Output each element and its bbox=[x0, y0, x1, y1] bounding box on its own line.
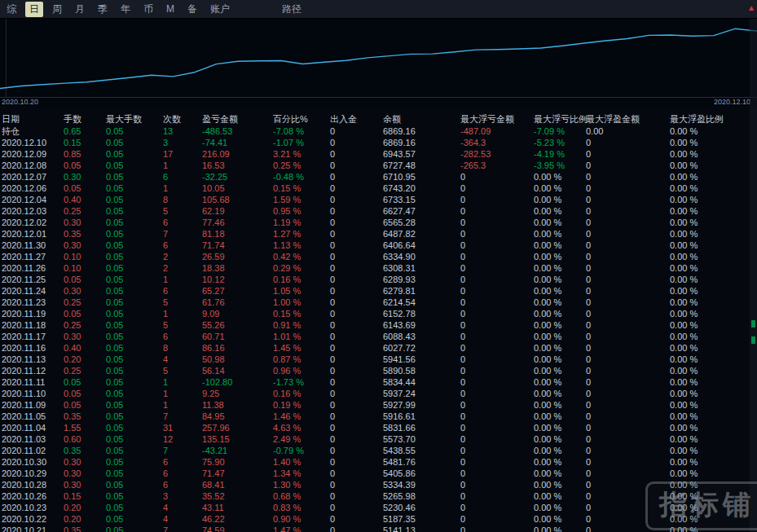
table-row[interactable]: 2020.11.030.600.0512135.152.49 %05573.70… bbox=[0, 433, 757, 445]
table-row[interactable]: 2020.11.130.200.05450.980.87 %05941.5600… bbox=[0, 354, 757, 365]
cell-date: 2020.11.23 bbox=[2, 297, 64, 308]
table-row[interactable]: 2020.12.010.350.05781.181.27 %06487.8200… bbox=[0, 228, 757, 240]
cell-date: 2020.11.26 bbox=[2, 262, 64, 274]
cell-times: 5 bbox=[163, 319, 202, 331]
watermark-stamp: 指标铺 bbox=[645, 481, 757, 530]
scrollbar-marker-icon bbox=[751, 320, 755, 328]
cell-max_float_loss_pct: 0.00 % bbox=[534, 182, 586, 194]
table-row[interactable]: 2020.11.050.350.05784.951.46 %05916.6100… bbox=[0, 411, 757, 422]
table-row[interactable]: 2020.10.230.200.05443.110.83 %05230.4600… bbox=[0, 502, 757, 513]
table-row[interactable]: 2020.12.020.300.05677.461.19 %06565.2800… bbox=[0, 217, 757, 228]
column-header-balance[interactable]: 余额 bbox=[383, 113, 460, 125]
cell-max_float_loss: 0 bbox=[460, 319, 534, 331]
table-row[interactable]: 2020.11.180.250.05555.260.91 %06143.6900… bbox=[0, 319, 757, 331]
column-header-times[interactable]: 次数 bbox=[163, 113, 202, 125]
path-menu-item[interactable]: 路径 bbox=[282, 2, 301, 16]
table-row[interactable]: 持仓0.650.0513-486.53-7.08 %06869.16-487.0… bbox=[0, 125, 757, 137]
table-row[interactable]: 2020.12.080.050.05116.530.25 %06727.48-2… bbox=[0, 160, 757, 171]
cell-max_float_profit: 0 bbox=[586, 411, 670, 422]
cell-max_float_loss: 0 bbox=[460, 376, 534, 388]
cell-times: 6 bbox=[163, 331, 202, 342]
table-row[interactable]: 2020.11.160.400.05886.161.45 %06027.7200… bbox=[0, 342, 757, 354]
cell-pnl_pct: 0.42 % bbox=[273, 251, 330, 262]
cell-lots: 0.20 bbox=[64, 354, 106, 365]
column-header-max_float_loss[interactable]: 最大浮亏金额 bbox=[460, 113, 534, 125]
table-row[interactable]: 2020.11.260.100.05218.380.29 %06308.3100… bbox=[0, 262, 757, 274]
table-row[interactable]: 2020.12.030.250.05562.190.95 %06627.4700… bbox=[0, 205, 757, 217]
cell-max_float_loss: 0 bbox=[460, 205, 534, 217]
cell-cash_flow: 0 bbox=[330, 456, 383, 468]
table-row[interactable]: 2020.12.100.150.053-74.41-1.07 %06869.16… bbox=[0, 137, 757, 148]
cell-max_float_profit_pct: 0.00 % bbox=[670, 137, 757, 148]
table-row[interactable]: 2020.11.270.100.05226.590.42 %06334.9000… bbox=[0, 251, 757, 262]
cell-lots: 0.30 bbox=[64, 217, 106, 228]
table-row[interactable]: 2020.10.300.300.05675.901.40 %05481.7600… bbox=[0, 456, 757, 468]
tab-币[interactable]: 币 bbox=[139, 2, 157, 17]
table-row[interactable]: 2020.12.070.300.056-32.25-0.48 %06710.95… bbox=[0, 171, 757, 182]
cell-max_float_loss_pct: 0.00 % bbox=[534, 308, 586, 319]
table-row[interactable]: 2020.11.170.300.05660.711.01 %06088.4300… bbox=[0, 331, 757, 342]
table-row[interactable]: 2020.10.280.300.05668.411.30 %05334.3900… bbox=[0, 479, 757, 490]
tab-月[interactable]: 月 bbox=[71, 2, 89, 17]
table-row[interactable]: 2020.11.100.050.0519.250.16 %05937.2400.… bbox=[0, 388, 757, 399]
table-row[interactable]: 2020.12.090.850.0517216.093.21 %06943.57… bbox=[0, 148, 757, 160]
table-row[interactable]: 2020.10.260.150.05335.520.68 %05265.9800… bbox=[0, 490, 757, 502]
column-header-max_float_profit_pct[interactable]: 最大浮盈比例 bbox=[670, 113, 757, 125]
cell-max_lots: 0.05 bbox=[106, 365, 163, 376]
table-row[interactable]: 2020.11.090.050.05111.380.19 %05927.9900… bbox=[0, 399, 757, 411]
cell-max_float_loss_pct: 0.00 % bbox=[534, 319, 586, 331]
cell-times: 4 bbox=[163, 502, 202, 513]
cell-times: 4 bbox=[163, 354, 202, 365]
cell-lots: 0.35 bbox=[64, 228, 106, 240]
vertical-scrollbar[interactable] bbox=[750, 18, 757, 532]
tab-年[interactable]: 年 bbox=[117, 2, 134, 17]
table-row[interactable]: 2020.11.120.250.05556.140.96 %05890.5800… bbox=[0, 365, 757, 376]
cell-max_float_profit_pct: 0.00 % bbox=[670, 160, 757, 171]
table-row[interactable]: 2020.10.210.350.05774.591.47 %05141.1300… bbox=[0, 525, 757, 532]
table-row[interactable]: 2020.11.240.300.05665.271.05 %06279.8100… bbox=[0, 285, 757, 297]
cell-lots: 0.35 bbox=[64, 525, 106, 532]
table-row[interactable]: 2020.11.110.050.051-102.80-1.73 %05834.4… bbox=[0, 376, 757, 388]
tab-季[interactable]: 季 bbox=[94, 2, 112, 17]
table-row[interactable]: 2020.12.060.050.05110.050.15 %06743.2000… bbox=[0, 182, 757, 194]
cell-pnl: 81.18 bbox=[202, 228, 273, 240]
cell-date: 2020.10.21 bbox=[2, 525, 64, 532]
column-header-pnl[interactable]: 盈亏金额 bbox=[202, 113, 273, 125]
column-header-cash_flow[interactable]: 出入金 bbox=[330, 113, 383, 125]
tab-备[interactable]: 备 bbox=[183, 2, 201, 17]
cell-lots: 0.05 bbox=[64, 308, 106, 319]
column-header-max_float_profit[interactable]: 最大浮盈金额 bbox=[586, 113, 670, 125]
cell-max_float_loss: -265.3 bbox=[460, 160, 534, 171]
table-row[interactable]: 2020.10.220.200.05446.220.90 %05187.3500… bbox=[0, 513, 757, 525]
cell-times: 1 bbox=[163, 388, 202, 399]
column-header-max_lots[interactable]: 最大手数 bbox=[106, 113, 163, 125]
column-header-lots[interactable]: 手数 bbox=[64, 113, 106, 125]
cell-max_float_loss_pct: 0.00 % bbox=[534, 456, 586, 468]
cell-cash_flow: 0 bbox=[330, 217, 383, 228]
cell-pnl: 9.25 bbox=[202, 388, 273, 399]
table-row[interactable]: 2020.11.041.550.0531257.964.63 %05831.66… bbox=[0, 422, 757, 433]
cell-pnl: 65.27 bbox=[202, 285, 273, 297]
tab-周[interactable]: 周 bbox=[48, 2, 66, 17]
table-row[interactable]: 2020.11.230.250.05561.761.00 %06214.5400… bbox=[0, 297, 757, 308]
tab-综[interactable]: 综 bbox=[2, 2, 20, 17]
cell-cash_flow: 0 bbox=[330, 411, 383, 422]
table-row[interactable]: 2020.12.040.400.058105.681.59 %06733.150… bbox=[0, 194, 757, 205]
cell-max_lots: 0.05 bbox=[106, 182, 163, 194]
table-row[interactable]: 2020.11.190.050.0519.090.15 %06152.7800.… bbox=[0, 308, 757, 319]
table-row[interactable]: 2020.11.300.300.05671.741.13 %06406.6400… bbox=[0, 240, 757, 251]
cell-max_float_profit_pct: 0.00 % bbox=[670, 456, 757, 468]
tab-M[interactable]: M bbox=[162, 2, 178, 15]
tab-账户[interactable]: 账户 bbox=[206, 2, 234, 17]
column-header-date[interactable]: 日期 bbox=[2, 113, 64, 125]
table-row[interactable]: 2020.11.250.050.05110.120.16 %06289.9300… bbox=[0, 274, 757, 285]
table-row[interactable]: 2020.11.020.350.057-43.21-0.79 %05438.55… bbox=[0, 445, 757, 456]
cell-pnl_pct: 1.40 % bbox=[273, 456, 330, 468]
cell-date: 2020.11.11 bbox=[2, 376, 64, 388]
column-header-pnl_pct[interactable]: 百分比% bbox=[273, 113, 330, 125]
cell-balance: 5937.24 bbox=[383, 388, 460, 399]
tab-日[interactable]: 日 bbox=[25, 2, 43, 17]
table-row[interactable]: 2020.10.290.300.05671.471.34 %05405.8600… bbox=[0, 468, 757, 479]
scroll-up-arrow-icon[interactable]: ▲ bbox=[747, 3, 755, 13]
column-header-max_float_loss_pct[interactable]: 最大浮亏比例 bbox=[534, 113, 586, 125]
